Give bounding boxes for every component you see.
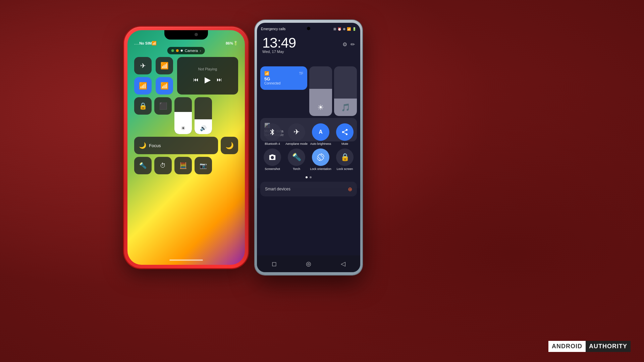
5g-status: Connected — [264, 81, 303, 85]
lock-screen-label: Lock screen — [337, 167, 353, 171]
iphone-next-btn[interactable]: ⏭ — [217, 77, 222, 83]
android-screen-overlay — [257, 188, 360, 255]
iphone-torch-btn[interactable]: 🔦 — [134, 157, 152, 174]
iphone-brightness-slider[interactable]: ☀ — [174, 97, 192, 134]
android-time-icons: ⚙ ✏ — [342, 41, 355, 48]
android-brightness-tile[interactable]: ☀ — [309, 66, 332, 116]
iphone-focus-btn[interactable]: 🌙 Focus — [134, 137, 218, 154]
lock-orientation-label: Lock orientation — [310, 167, 331, 171]
android-lock-orientation-cell: Lock orientation — [309, 148, 333, 171]
iphone-battery: 86% — [226, 41, 233, 45]
brightness-icon: ☀ — [181, 125, 185, 131]
iphone-mirror-btn[interactable]: ⬛ — [154, 97, 172, 115]
android-auto-brightness-btn[interactable]: A — [312, 123, 329, 141]
iphone-volume-slider[interactable]: 🔊 — [195, 97, 212, 134]
android-screen: Emergency calls ⊞ ⏰ ⊕ 📶 🔋 13:49 Wed, 17 … — [257, 23, 360, 272]
iphone-camera-bar: Camera › — [167, 47, 205, 54]
android-home-btn[interactable]: ◎ — [306, 260, 311, 267]
android-smart-devices-tile[interactable]: Smart devices ⊕ — [260, 182, 357, 196]
android-volume-tile[interactable]: 🎵 — [334, 66, 357, 116]
android-dnd-icon: ⊕ — [343, 27, 345, 31]
iphone-bluetooth-btn[interactable]: 📶 — [156, 77, 173, 95]
android-5g-tile[interactable]: 📶 TF 5G Connected — [260, 66, 307, 90]
android-edit-icon[interactable]: ✏ — [351, 41, 355, 48]
android-lock-orientation-btn[interactable] — [312, 148, 329, 166]
android-mute-btn[interactable] — [336, 123, 354, 141]
smart-devices-logo-icon: ⊕ — [348, 186, 352, 192]
iphone-connectivity-group: ✈ 📶 📶 📶 — [134, 57, 174, 95]
iphone-calculator-btn[interactable]: 🧮 — [174, 157, 192, 174]
iphone-control-center: ✈ 📶 📶 📶 Not Playing ⏮ ▶ ⏭ — [134, 57, 238, 174]
android-front-camera — [307, 27, 310, 30]
iphone-cc-row4: 🔦 ⏱ 🧮 📷 — [134, 157, 238, 174]
android-battery-icon: 🔋 — [352, 27, 356, 31]
torch-label: Torch — [293, 167, 300, 171]
iphone-cc-row3: 🌙 Focus 🌙 — [134, 137, 238, 154]
android-torch-cell: 🔦 Torch — [284, 148, 309, 171]
iphone-airplane-btn[interactable]: ✈ — [134, 57, 152, 74]
iphone-lock-btn[interactable]: 🔒 — [134, 97, 152, 115]
iphone-wifi-btn[interactable]: 📶 — [134, 77, 152, 95]
android-recents-btn[interactable]: ◻ — [272, 260, 277, 267]
iphone-play-btn[interactable]: ▶ — [205, 75, 211, 84]
5g-carrier-label: TF — [299, 72, 303, 75]
iphone-notch — [164, 30, 208, 40]
android-screenshot-btn[interactable] — [264, 148, 281, 166]
android-emergency: Emergency calls — [261, 27, 285, 31]
android-mute-cell: Mute — [333, 123, 357, 146]
iphone-media-controls: ⏮ ▶ ⏭ — [193, 75, 222, 84]
iphone-music-player: Not Playing ⏮ ▶ ⏭ — [177, 57, 238, 95]
iphone-status-bar: .... No SIM 📶 86% 🔋 — [134, 41, 238, 46]
volume-icon: 🔊 — [200, 125, 207, 131]
focus-label: Focus — [149, 143, 161, 148]
android-settings-icon[interactable]: ⚙ — [342, 41, 347, 48]
camera-bar-label: Camera — [185, 49, 198, 53]
iphone-cc-row1: ✈ 📶 📶 📶 Not Playing ⏮ ▶ ⏭ — [134, 57, 238, 95]
android-icon-grid: Bluetooth 4 ✈ Aeroplane mode A Auto brig… — [257, 123, 360, 171]
android-bluetooth-cell: Bluetooth 4 — [260, 123, 284, 146]
airplane-label: Aeroplane mode — [285, 142, 308, 146]
brightness-tile-icon: ☀ — [317, 103, 324, 112]
android-status-icons: ⊞ ⏰ ⊕ 📶 🔋 — [333, 27, 356, 31]
android-auto-brightness-cell: A Auto brightness — [309, 123, 333, 146]
android-bluetooth-btn[interactable] — [264, 123, 281, 141]
iphone-focus-options-btn[interactable]: 🌙 — [221, 137, 238, 154]
android-device: Emergency calls ⊞ ⏰ ⊕ 📶 🔋 13:49 Wed, 17 … — [255, 20, 362, 275]
android-tiles-row1: 📶 TF 5G Connected ☀ 🎵 — [260, 66, 357, 116]
android-airplane-cell: ✈ Aeroplane mode — [284, 123, 309, 146]
iphone-prev-btn[interactable]: ⏮ — [193, 77, 199, 83]
dot-green-icon — [171, 49, 174, 52]
iphone-body: .... No SIM 📶 86% 🔋 Camera › — [124, 27, 248, 268]
android-lock-screen-cell: 🔒 Lock screen — [333, 148, 357, 171]
screenshot-label: Screenshot — [265, 167, 280, 171]
iphone-timer-btn[interactable]: ⏱ — [154, 157, 172, 174]
iphone-signal: .... — [134, 42, 139, 45]
5g-label: 5G — [264, 76, 303, 81]
mute-label: Mute — [341, 142, 348, 146]
watermark-android-text: ANDROID — [548, 341, 586, 352]
iphone-carrier: No SIM — [139, 41, 152, 45]
android-torch-btn[interactable]: 🔦 — [288, 148, 305, 166]
dot-2 — [310, 176, 312, 178]
android-alarm-icon: ⏰ — [337, 27, 341, 31]
android-lock-screen-btn[interactable]: 🔒 — [336, 148, 354, 166]
android-page-dots — [257, 176, 360, 178]
android-back-btn[interactable]: ◁ — [341, 260, 345, 267]
watermark-authority-text: AUTHORITY — [586, 341, 631, 352]
iphone-wifi-icon: 📶 — [152, 41, 157, 46]
auto-brightness-label: Auto brightness — [310, 142, 331, 146]
smart-devices-label: Smart devices — [265, 187, 290, 191]
dot-orange-icon — [176, 49, 179, 52]
iphone-front-camera — [195, 33, 198, 36]
iphone-cellular-btn[interactable]: 📶 — [156, 57, 173, 74]
android-screenshot-cell: Screenshot — [260, 148, 284, 171]
android-body: Emergency calls ⊞ ⏰ ⊕ 📶 🔋 13:49 Wed, 17 … — [255, 20, 362, 275]
moon-icon: 🌙 — [139, 142, 146, 149]
iphone-camera-btn[interactable]: 📷 — [195, 157, 212, 174]
android-nfc-icon: ⊞ — [333, 27, 336, 31]
iphone-not-playing: Not Playing — [198, 67, 217, 71]
iphone-cc-row2: 🔒 ⬛ ☀ 🔊 — [134, 97, 238, 134]
android-airplane-btn[interactable]: ✈ — [288, 123, 305, 141]
iphone-device: .... No SIM 📶 86% 🔋 Camera › — [124, 27, 248, 268]
android-time-area: 13:49 Wed, 17 May ⚙ ✏ — [257, 35, 360, 54]
